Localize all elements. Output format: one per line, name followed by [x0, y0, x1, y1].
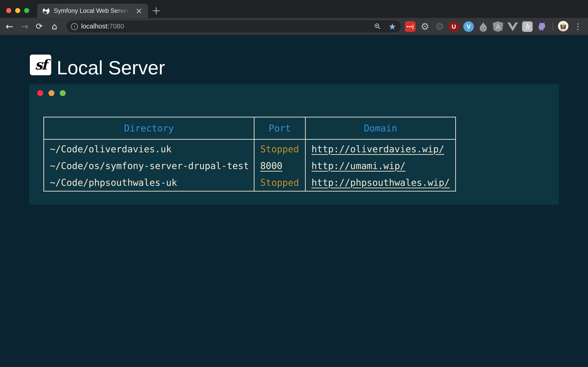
column-header-directory: Directory	[44, 117, 254, 140]
toolbar-separator	[553, 22, 553, 31]
symfony-logo: sf	[30, 55, 51, 75]
symfony-logo-text: sf	[35, 57, 46, 73]
new-tab-button[interactable]: +	[150, 4, 163, 17]
directory-cell: ~/Code/phpsouthwales-uk	[44, 174, 254, 191]
page-title: Local Server	[57, 57, 165, 78]
port-cell: Stopped	[254, 140, 305, 158]
angular-icon[interactable]: A	[493, 21, 503, 32]
honey-icon[interactable]: h	[522, 21, 533, 32]
panel-dot-green	[60, 90, 66, 96]
profile-avatar[interactable]	[558, 21, 569, 31]
domain-cell: http://phpsouthwales.wip/	[305, 174, 456, 191]
window-close-button[interactable]	[6, 8, 11, 13]
directory-cell: ~/Code/oliverdavies.uk	[44, 140, 254, 158]
vue-icon[interactable]	[507, 23, 518, 31]
symfony-proxy-page: sf Local Server Directory Port Domain ~/…	[0, 35, 588, 367]
table-row: ~/Code/os/symfony-server-drupal-test 800…	[44, 157, 456, 174]
ublock-icon[interactable]: U	[449, 21, 459, 32]
directory-cell: ~/Code/os/symfony-server-drupal-test	[44, 157, 254, 174]
site-info-icon[interactable]: i	[71, 23, 78, 30]
port-cell: 8000	[254, 157, 305, 174]
url-bar[interactable]: i localhost:7080 ★	[66, 20, 401, 32]
window-zoom-button[interactable]	[24, 8, 29, 13]
gear-dark-icon[interactable]: ⚙	[434, 21, 445, 32]
reload-button[interactable]: ⟳	[34, 18, 45, 35]
panel-dot-orange	[48, 90, 54, 96]
port-status: Stopped	[260, 177, 299, 188]
toolbar: ← → ⟳ ⌂ i localhost:7080 ★ •••| ⚙ ⚙ U V …	[0, 18, 588, 35]
domain-link[interactable]: http://oliverdavies.wip/	[311, 144, 444, 154]
titlebar: Symfony Local Web Server: Prox × +	[0, 0, 588, 18]
table-row: ~/Code/phpsouthwales-uk Stopped http://p…	[44, 174, 456, 191]
browser-menu-icon[interactable]: ⋮	[574, 18, 582, 35]
drupal-icon[interactable]	[478, 21, 489, 32]
bookmark-star-icon[interactable]: ★	[389, 21, 396, 32]
domain-link[interactable]: http://phpsouthwales.wip/	[311, 177, 450, 188]
back-button[interactable]: ←	[4, 18, 15, 35]
panel-dot-red	[37, 90, 43, 96]
terminal-panel: Directory Port Domain ~/Code/oliverdavie…	[29, 84, 559, 205]
zoom-magnifier-icon[interactable]	[374, 23, 381, 30]
url-text: localhost:7080	[81, 23, 124, 30]
domain-cell: http://umami.wip/	[305, 157, 456, 174]
home-button[interactable]: ⌂	[49, 18, 60, 35]
servers-table: Directory Port Domain ~/Code/oliverdavie…	[43, 117, 456, 192]
table-row: ~/Code/oliverdavies.uk Stopped http://ol…	[44, 140, 456, 158]
port-link[interactable]: 8000	[260, 161, 282, 171]
url-host: localhost:	[81, 23, 109, 30]
tab-title-fade	[115, 5, 134, 17]
column-header-domain: Domain	[305, 117, 456, 140]
port-cell: Stopped	[254, 174, 305, 191]
domain-cell: http://oliverdavies.wip/	[305, 140, 456, 158]
domain-link[interactable]: http://umami.wip/	[311, 161, 405, 171]
url-port: 7080	[109, 23, 124, 30]
tab-close-icon[interactable]: ×	[136, 6, 142, 16]
gear-icon[interactable]: ⚙	[420, 21, 430, 32]
forward-button[interactable]: →	[19, 18, 30, 35]
lastpass-icon[interactable]: •••|	[405, 21, 415, 32]
browser-tab[interactable]: Symfony Local Web Server: Prox ×	[37, 4, 148, 18]
window-minimize-button[interactable]	[15, 8, 20, 13]
table-header-row: Directory Port Domain	[44, 117, 456, 140]
vimium-icon[interactable]: V	[463, 21, 474, 32]
github-octocat-icon[interactable]	[537, 21, 547, 32]
globe-favicon-icon	[42, 7, 50, 15]
column-header-port: Port	[254, 117, 305, 140]
port-status: Stopped	[260, 144, 299, 154]
